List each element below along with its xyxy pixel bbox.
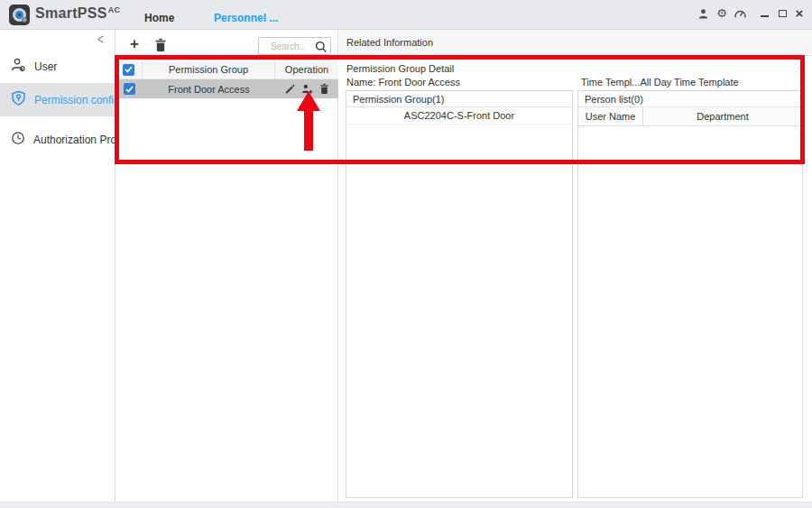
sidebar-item-authorization[interactable]: Authorization Prog... bbox=[0, 125, 115, 155]
search-magnifier-icon[interactable] bbox=[315, 41, 328, 57]
table-row-front-door-access[interactable]: Front Door Access bbox=[115, 79, 338, 98]
time-template-line: Time Templ...All Day Time Template bbox=[581, 77, 739, 88]
group-name-value: Name: Front Door Access bbox=[346, 77, 460, 88]
sidebar-collapse-chevron[interactable]: < bbox=[97, 32, 104, 48]
time-template-value: All Day Time Template bbox=[640, 77, 738, 88]
smartpss-window: SmartPSSAC Home Personnel ... ⚙ × < bbox=[0, 0, 812, 508]
permission-group-box: Permission Group(1) ASC2204C-S-Front Doo… bbox=[346, 90, 573, 498]
sidebar-item-user[interactable]: User bbox=[0, 51, 115, 81]
person-list-column-headers: User Name Department bbox=[578, 107, 802, 126]
time-template-label: Time Templ... bbox=[581, 77, 640, 88]
shield-key-icon bbox=[11, 90, 26, 110]
row-checkbox[interactable] bbox=[124, 83, 135, 95]
bottom-bar bbox=[0, 502, 812, 508]
clock-icon bbox=[11, 131, 25, 149]
list-item-device-channel[interactable]: ASC2204C-S-Front Door bbox=[346, 107, 572, 125]
maximize-icon bbox=[779, 10, 787, 17]
person-list-box-header: Person list(0) bbox=[578, 91, 802, 107]
delete-trash-icon[interactable] bbox=[154, 38, 167, 52]
person-list-box: Person list(0) User Name Department bbox=[577, 90, 803, 498]
edit-pencil-icon[interactable] bbox=[284, 83, 296, 96]
user-config-icon bbox=[11, 58, 26, 76]
group-table-header: Permission Group Operation bbox=[115, 60, 338, 79]
app-title: SmartPSSAC bbox=[35, 5, 120, 22]
permission-group-box-header: Permission Group(1) bbox=[346, 91, 572, 107]
permission-group-name: Front Door Access bbox=[143, 84, 275, 95]
settings-gear-icon[interactable]: ⚙ bbox=[715, 6, 729, 21]
column-header-department: Department bbox=[643, 107, 802, 125]
select-all-checkbox[interactable] bbox=[123, 64, 134, 76]
tab-personnel[interactable]: Personnel ... bbox=[214, 12, 278, 24]
search-box bbox=[258, 37, 331, 55]
minimize-button[interactable] bbox=[757, 5, 771, 22]
related-information-title: Related Information bbox=[339, 30, 812, 56]
performance-gauge-icon[interactable] bbox=[733, 6, 747, 21]
tab-home[interactable]: Home bbox=[144, 12, 174, 24]
column-header-user-name: User Name bbox=[578, 107, 643, 125]
sidebar-item-label: User bbox=[34, 60, 57, 73]
minimize-icon bbox=[761, 15, 769, 17]
permission-group-list-panel: + bbox=[115, 30, 338, 502]
user-icon[interactable] bbox=[696, 6, 710, 21]
app-edition-label: AC bbox=[108, 5, 121, 14]
close-button[interactable]: × bbox=[792, 5, 807, 22]
maximize-button[interactable] bbox=[775, 5, 789, 22]
permission-group-detail-title: Permission Group Detail bbox=[346, 63, 454, 74]
search-input[interactable] bbox=[259, 38, 313, 54]
column-header-permission-group: Permission Group bbox=[143, 60, 275, 79]
titlebar: SmartPSSAC Home Personnel ... ⚙ × bbox=[0, 0, 812, 30]
sidebar-item-permission-config[interactable]: Permission config... bbox=[0, 83, 115, 116]
smartpss-logo-icon bbox=[9, 5, 30, 25]
add-person-icon[interactable] bbox=[301, 83, 313, 96]
sidebar-item-label: Permission config... bbox=[34, 94, 129, 106]
add-plus-icon[interactable]: + bbox=[127, 37, 142, 51]
column-header-operation: Operation bbox=[275, 64, 338, 75]
delete-trash-icon[interactable] bbox=[318, 83, 330, 96]
related-information-panel: Related Information Permission Group Det… bbox=[339, 30, 812, 502]
sidebar: < User Permission config... bbox=[0, 30, 115, 502]
